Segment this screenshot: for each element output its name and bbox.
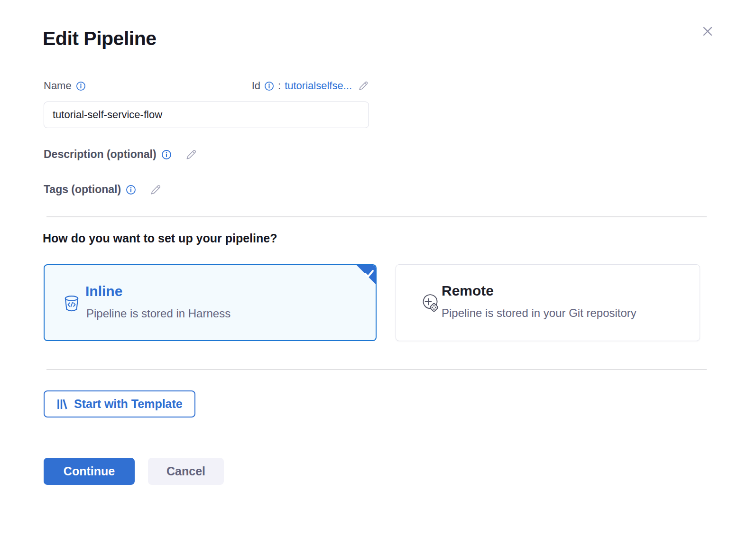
store-option-inline[interactable]: Inline Pipeline is stored in Harness [44, 264, 377, 341]
tags-row: Tags (optional) [44, 183, 162, 196]
edit-pencil-icon[interactable] [358, 80, 369, 92]
remote-git-icon [418, 291, 441, 314]
name-label-group: Name [44, 80, 86, 92]
store-option-description: Pipeline is stored in Harness [86, 307, 230, 320]
name-label: Name [44, 80, 72, 92]
pipeline-name-input[interactable] [44, 102, 369, 128]
divider [46, 369, 707, 370]
description-label: Description (optional) [44, 148, 157, 161]
store-option-title: Inline [85, 283, 122, 299]
store-option-title: Remote [442, 283, 494, 299]
close-icon[interactable] [698, 22, 717, 41]
description-row: Description (optional) [44, 148, 197, 161]
continue-button[interactable]: Continue [44, 458, 135, 485]
selected-check-icon [356, 265, 376, 285]
edit-pipeline-dialog: Edit Pipeline Name Id : [0, 0, 756, 538]
info-icon[interactable] [161, 149, 172, 160]
divider [46, 216, 707, 217]
store-option-description: Pipeline is stored in your Git repositor… [442, 306, 636, 320]
info-icon[interactable] [264, 81, 274, 91]
pipeline-id-link[interactable]: tutorialselfse... [285, 80, 352, 92]
inline-bucket-code-icon [63, 295, 80, 314]
start-with-template-button[interactable]: Start with Template [44, 390, 195, 417]
page-title: Edit Pipeline [43, 28, 157, 50]
store-option-remote[interactable]: Remote Pipeline is stored in your Git re… [396, 264, 700, 341]
info-icon[interactable] [76, 81, 86, 91]
tags-label: Tags (optional) [44, 183, 121, 196]
cancel-button[interactable]: Cancel [148, 458, 224, 485]
edit-pencil-icon[interactable] [149, 184, 162, 196]
name-id-row: Name Id : tutorialselfse... [44, 80, 369, 92]
template-library-icon [56, 398, 68, 410]
id-separator: : [278, 80, 281, 92]
setup-question-heading: How do you want to set up your pipeline? [43, 232, 277, 245]
id-group: Id : tutorialselfse... [252, 80, 369, 92]
start-with-template-label: Start with Template [74, 397, 183, 411]
edit-pencil-icon[interactable] [185, 148, 197, 161]
id-label: Id [252, 80, 260, 92]
info-icon[interactable] [126, 185, 136, 195]
